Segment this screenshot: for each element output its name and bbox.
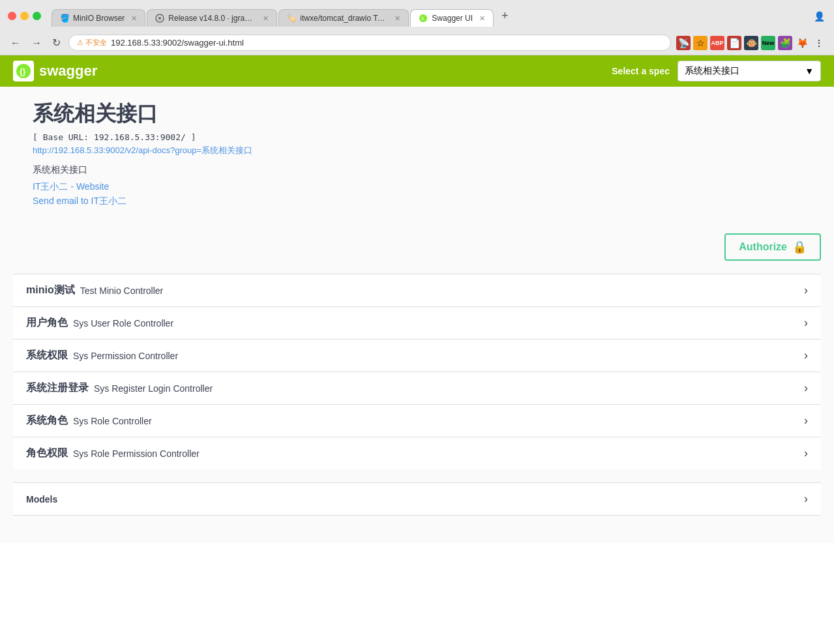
svg-text:S: S: [421, 16, 424, 22]
tab-drawio-title: itwxe/tomcat_drawio Tags: [300, 14, 388, 23]
api-section-permission: 系统权限 Sys Permission Controller ›: [13, 339, 821, 372]
tab-release-close[interactable]: ✕: [263, 14, 269, 23]
api-section-permission-header[interactable]: 系统权限 Sys Permission Controller ›: [13, 340, 821, 372]
reload-button[interactable]: ↻: [50, 35, 63, 50]
api-docs-link[interactable]: http://192.168.5.33:9002/v2/api-docs?gro…: [33, 145, 776, 156]
release-tab-icon: [155, 14, 164, 23]
title-bar: 🪣 MinIO Browser ✕ Release v14.8.0 · jgra…: [0, 0, 834, 32]
cast-icon[interactable]: 📡: [676, 36, 691, 50]
api-section-minio-header[interactable]: minio测试 Test Minio Controller ›: [13, 274, 821, 306]
spec-dropdown[interactable]: 系统相关接口 ▼: [678, 61, 821, 81]
browser-chrome: 🪣 MinIO Browser ✕ Release v14.8.0 · jgra…: [0, 0, 834, 55]
back-button[interactable]: ←: [8, 36, 23, 50]
tabs-bar: 🪣 MinIO Browser ✕ Release v14.8.0 · jgra…: [46, 5, 807, 27]
maximize-button[interactable]: [33, 12, 41, 20]
swagger-main: 系统相关接口 [ Base URL: 192.168.5.33:9002/ ] …: [13, 87, 796, 220]
profile-icon[interactable]: 👤: [812, 9, 826, 23]
window-controls: 👤: [812, 9, 826, 23]
lock-icon: 🔒: [792, 240, 807, 254]
section-role-chevron-icon: ›: [804, 414, 808, 428]
models-chevron-icon: ›: [804, 492, 808, 506]
security-warning: ⚠ 不安全: [77, 38, 107, 48]
traffic-lights: [8, 12, 41, 20]
minio-tab-icon: 🪣: [60, 14, 69, 23]
api-base-url: [ Base URL: 192.168.5.33:9002/ ]: [33, 132, 776, 142]
authorize-label: Authorize: [739, 241, 787, 253]
section-user-role-name: 用户角色: [26, 316, 68, 330]
tab-release[interactable]: Release v14.8.0 · jgraph/draw… ✕: [147, 9, 277, 27]
models-title: Models: [26, 494, 57, 505]
section-role-name: 系统角色: [26, 414, 68, 428]
section-register-login-desc: Sys Register Login Controller: [94, 383, 213, 394]
section-register-login-name: 系统注册登录: [26, 381, 89, 395]
tab-swagger-ui[interactable]: S Swagger UI ✕: [410, 9, 494, 27]
api-title: 系统相关接口: [33, 100, 776, 128]
minimize-button[interactable]: [20, 12, 29, 20]
section-permission-chevron-icon: ›: [804, 349, 808, 362]
section-minio-chevron-icon: ›: [804, 284, 808, 297]
authorize-button[interactable]: Authorize 🔒: [724, 233, 821, 261]
api-section-minio: minio测试 Test Minio Controller ›: [13, 274, 821, 306]
api-section-register-login: 系统注册登录 Sys Register Login Controller ›: [13, 372, 821, 404]
contact-email-link[interactable]: Send email to IT王小二: [33, 196, 776, 207]
section-role-desc: Sys Role Controller: [73, 416, 152, 426]
section-register-login-chevron-icon: ›: [804, 381, 808, 395]
tampermonkey-icon[interactable]: 🐵: [744, 36, 758, 50]
authorize-row: Authorize 🔒: [13, 220, 821, 267]
svg-point-1: [158, 17, 161, 20]
api-contact: IT王小二 - Website Send email to IT王小二: [33, 181, 776, 207]
swagger-topbar: {} swagger Select a spec 系统相关接口 ▼: [0, 55, 834, 87]
url-text: 192.168.5.33:9002/swagger-ui.html: [111, 38, 244, 48]
extensions-icon[interactable]: 🧩: [778, 36, 792, 50]
tab-minio-browser[interactable]: 🪣 MinIO Browser ✕: [52, 9, 145, 27]
star-icon[interactable]: ☆: [693, 36, 707, 50]
swagger-tab-icon: S: [419, 14, 428, 23]
models-section: Models ›: [13, 482, 821, 516]
adblock-icon[interactable]: ABP: [710, 36, 724, 50]
new-ext-icon[interactable]: New: [761, 36, 775, 50]
api-section-role: 系统角色 Sys Role Controller ›: [13, 404, 821, 437]
tab-swagger-title: Swagger UI: [432, 14, 473, 23]
swagger-logo-icon: {}: [13, 61, 34, 81]
api-section-register-login-header[interactable]: 系统注册登录 Sys Register Login Controller ›: [13, 372, 821, 404]
tab-drawio-close[interactable]: ✕: [395, 14, 400, 23]
tab-drawio-tags[interactable]: 🏷️ itwxe/tomcat_drawio Tags ✕: [278, 9, 409, 27]
close-button[interactable]: [8, 12, 16, 20]
browser-toolbar: 📡 ☆ ABP 📄 🐵 New 🧩 🦊 ⋮: [676, 36, 826, 50]
section-permission-name: 系统权限: [26, 349, 68, 362]
tab-release-title: Release v14.8.0 · jgraph/draw…: [168, 14, 256, 23]
section-user-role-desc: Sys User Role Controller: [73, 318, 173, 329]
drawio-tab-icon: 🏷️: [287, 14, 296, 23]
api-sections: minio测试 Test Minio Controller › 用户角色 Sys…: [13, 274, 821, 469]
api-section-user-role: 用户角色 Sys User Role Controller ›: [13, 306, 821, 339]
address-bar: ← → ↻ ⚠ 不安全 192.168.5.33:9002/swagger-ui…: [0, 32, 834, 55]
api-section-role-permission: 角色权限 Sys Role Permission Controller ›: [13, 437, 821, 469]
section-minio-desc: Test Minio Controller: [80, 285, 164, 296]
section-role-permission-chevron-icon: ›: [804, 446, 808, 460]
fox-icon[interactable]: 🦊: [795, 36, 809, 50]
swagger-logo-text: swagger: [39, 63, 97, 80]
section-minio-name: minio测试: [26, 284, 75, 297]
tab-swagger-close[interactable]: ✕: [479, 14, 485, 23]
swagger-spec-select: Select a spec 系统相关接口 ▼: [612, 61, 821, 81]
section-role-permission-name: 角色权限: [26, 446, 68, 460]
new-tab-button[interactable]: +: [495, 5, 515, 27]
api-section-role-header[interactable]: 系统角色 Sys Role Controller ›: [13, 405, 821, 437]
models-header[interactable]: Models ›: [13, 483, 821, 515]
api-section-user-role-header[interactable]: 用户角色 Sys User Role Controller ›: [13, 307, 821, 339]
tab-minio-title: MinIO Browser: [73, 14, 125, 23]
url-input[interactable]: ⚠ 不安全 192.168.5.33:9002/swagger-ui.html: [68, 35, 671, 51]
svg-text:{}: {}: [20, 67, 26, 76]
contact-website-link[interactable]: IT王小二 - Website: [33, 181, 776, 193]
menu-icon[interactable]: ⋮: [812, 36, 826, 50]
tab-minio-close[interactable]: ✕: [131, 14, 137, 23]
forward-button[interactable]: →: [29, 36, 44, 50]
api-section-role-permission-header[interactable]: 角色权限 Sys Role Permission Controller ›: [13, 437, 821, 469]
section-permission-desc: Sys Permission Controller: [73, 351, 178, 361]
acrobat-icon[interactable]: 📄: [727, 36, 741, 50]
dropdown-chevron-icon: ▼: [805, 66, 814, 76]
swagger-logo: {} swagger: [13, 61, 97, 81]
swagger-content: 系统相关接口 [ Base URL: 192.168.5.33:9002/ ] …: [0, 87, 834, 543]
api-description: 系统相关接口: [33, 164, 776, 176]
section-user-role-chevron-icon: ›: [804, 316, 808, 330]
